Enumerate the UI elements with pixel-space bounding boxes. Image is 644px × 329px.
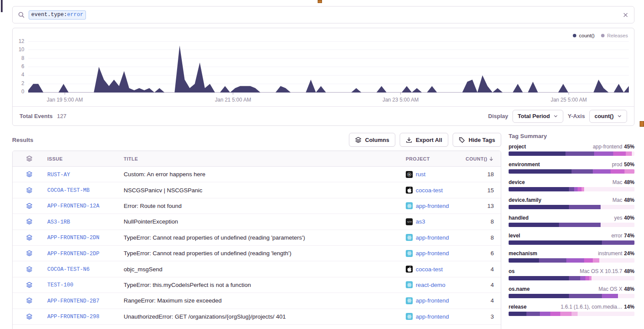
tag-bar-segment[interactable] (509, 276, 569, 280)
tag-bar-segment[interactable] (509, 151, 565, 156)
tag-bar-segment[interactable] (611, 169, 624, 174)
tag-distribution-bar[interactable] (509, 151, 634, 156)
column-header-count[interactable]: COUNT() (459, 156, 494, 161)
tag-bar-segment[interactable] (539, 258, 567, 263)
issue-stack-icon[interactable] (20, 234, 39, 241)
tag-bar-segment[interactable] (569, 276, 580, 280)
tag-bar-segment[interactable] (509, 294, 569, 298)
issue-stack-icon[interactable] (20, 297, 39, 304)
tag-bar-segment[interactable] (509, 223, 559, 227)
tag-bar-segment[interactable] (509, 240, 602, 245)
tag-bar-segment[interactable] (509, 205, 569, 209)
tag-bar-segment[interactable] (602, 294, 618, 298)
x-axis-tick-label: Jan 25 5:00 AM (551, 97, 587, 103)
tag-distribution-bar[interactable] (509, 169, 634, 174)
issue-stack-icon[interactable] (20, 203, 39, 209)
tag-bar-segment[interactable] (593, 258, 599, 263)
tag-distribution-bar[interactable] (509, 223, 634, 227)
tag-icon (459, 137, 465, 143)
tag-bar-segment[interactable] (578, 187, 582, 191)
tag-bar-segment[interactable] (565, 151, 595, 156)
search-bar[interactable]: event.type:error (12, 6, 634, 23)
tag-bar-segment[interactable] (509, 187, 569, 191)
columns-button[interactable]: Columns (349, 133, 395, 147)
issue-link[interactable]: APP-FRONTEND-2B7 (47, 298, 99, 304)
search-token[interactable]: event.type:error (29, 10, 86, 20)
tag-bar-segment[interactable] (572, 169, 593, 174)
tag-bar-segment[interactable] (569, 205, 601, 209)
tag-bar-segment[interactable] (540, 312, 550, 316)
tag-bar-segment[interactable] (613, 151, 626, 156)
tag-bar-segment[interactable] (569, 187, 574, 191)
project-link[interactable]: cocoa-test (416, 187, 443, 194)
issue-stack-icon[interactable] (20, 187, 39, 194)
project-link[interactable]: app-frontend (416, 234, 449, 241)
tag-distribution-bar[interactable] (509, 258, 634, 263)
tag-distribution-bar[interactable] (509, 312, 634, 316)
project-link[interactable]: app-frontend (416, 313, 449, 320)
issue-link[interactable]: AS3-1RB (47, 219, 70, 225)
issue-stack-icon[interactable] (20, 171, 39, 178)
tag-distribution-bar[interactable] (509, 240, 634, 245)
events-area-chart[interactable] (28, 41, 629, 95)
tag-bar-segment[interactable] (580, 276, 585, 280)
issue-link[interactable]: RUST-AY (47, 172, 70, 178)
issue-link[interactable]: APP-FRONTEND-2DN (47, 235, 99, 241)
issue-link[interactable]: COCOA-TEST-MB (47, 188, 90, 194)
project-link[interactable]: app-frontend (416, 250, 449, 257)
project-link[interactable]: react-demo (416, 282, 445, 288)
project-link[interactable]: rust (416, 171, 426, 178)
tag-distribution-bar[interactable] (509, 294, 634, 298)
column-header-title[interactable]: TITLE (124, 156, 406, 161)
tag-bar-segment[interactable] (602, 240, 634, 245)
project-link[interactable]: app-frontend (416, 203, 449, 209)
issue-link[interactable]: APP-FRONTEND-12A (47, 203, 99, 209)
tag-bar-segment[interactable] (589, 276, 592, 280)
project-link[interactable]: app-frontend (416, 297, 449, 304)
column-header-issue[interactable]: ISSUE (39, 156, 124, 161)
export-all-button[interactable]: Export All (400, 133, 448, 147)
tag-bar-segment[interactable] (585, 276, 589, 280)
tag-bar-segment[interactable] (569, 294, 601, 298)
issue-stack-icon[interactable] (20, 282, 39, 288)
tag-bar-segment[interactable] (626, 151, 632, 156)
table-header-row: ISSUETITLEPROJECTCOUNT() (13, 151, 501, 167)
tag-bar-segment[interactable] (509, 312, 526, 316)
tag-distribution-bar[interactable] (509, 187, 634, 191)
tag-bar-segment[interactable] (550, 312, 560, 316)
tag-distribution-bar[interactable] (509, 205, 634, 209)
legend-item-releases[interactable]: Releases (601, 33, 628, 38)
clear-search-icon[interactable] (622, 12, 629, 18)
tag-bar-segment[interactable] (509, 169, 572, 174)
tag-bar-segment[interactable] (566, 258, 584, 263)
issue-stack-icon[interactable] (20, 266, 39, 273)
tag-bar-segment[interactable] (593, 169, 611, 174)
issue-link[interactable]: APP-FRONTEND-298 (47, 314, 99, 320)
tag-bar-segment[interactable] (560, 312, 572, 316)
hide-tags-button[interactable]: Hide Tags (453, 133, 501, 147)
yaxis-dropdown[interactable]: count() (589, 110, 627, 123)
tag-bar-segment[interactable] (574, 187, 578, 191)
display-dropdown[interactable]: Total Period (513, 110, 563, 123)
tag-bar-segment[interactable] (509, 258, 539, 263)
chart-legend[interactable]: count()Releases (573, 33, 628, 38)
issue-stack-icon[interactable] (20, 218, 39, 225)
issue-stack-icon[interactable] (20, 250, 39, 257)
tag-bar-segment[interactable] (526, 312, 540, 316)
issue-link[interactable]: TEST-100 (47, 282, 73, 288)
tag-bar-segment[interactable] (624, 169, 634, 174)
issue-stack-icon[interactable] (20, 313, 39, 320)
issue-count: 3 (459, 313, 494, 320)
tag-bar-segment[interactable] (582, 187, 584, 191)
issue-link[interactable]: COCOA-TEST-N6 (47, 266, 90, 273)
tag-bar-segment[interactable] (572, 312, 578, 316)
tag-distribution-bar[interactable] (509, 276, 634, 280)
issue-link[interactable]: APP-FRONTEND-2DP (47, 251, 99, 257)
project-link[interactable]: as3 (416, 218, 425, 225)
tag-bar-segment[interactable] (594, 151, 613, 156)
legend-item-count[interactable]: count() (573, 33, 595, 38)
tag-bar-segment[interactable] (584, 258, 593, 263)
tag-bar-segment[interactable] (559, 223, 601, 227)
project-link[interactable]: cocoa-test (416, 266, 443, 273)
column-header-project[interactable]: PROJECT (406, 156, 459, 161)
